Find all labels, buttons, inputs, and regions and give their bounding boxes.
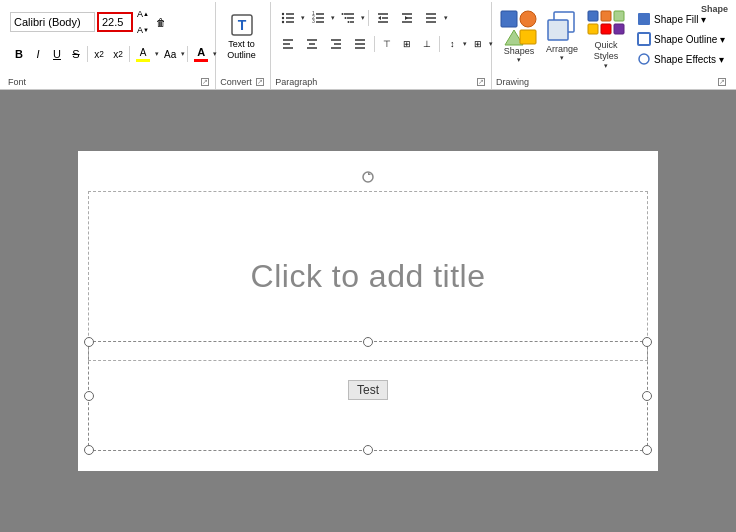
text-to-outline-button[interactable]: T Text toOutline — [222, 8, 261, 64]
align-right-button[interactable] — [325, 34, 347, 54]
svg-rect-54 — [638, 33, 650, 45]
font-color-button[interactable]: A — [190, 44, 212, 64]
rotation-handle[interactable] — [361, 170, 375, 186]
para-row1: ▾ 123 ▾ ▾ — [277, 6, 493, 30]
font-size-arrows: A▲ A▼ — [135, 6, 151, 38]
align-center-button[interactable] — [301, 34, 323, 54]
shape-header: Shape — [701, 4, 728, 14]
handle-tl[interactable] — [84, 337, 94, 347]
spacing-dropdown[interactable]: ▾ — [444, 14, 448, 22]
font-expand-icon[interactable]: ↗ — [201, 78, 209, 86]
increase-indent-icon — [400, 11, 414, 25]
text-box-label: Test — [348, 380, 388, 400]
convert-expand-icon[interactable]: ↗ — [256, 78, 264, 86]
decrease-indent-icon — [376, 11, 390, 25]
arrange-label: Arrange — [546, 44, 578, 54]
change-case-button[interactable]: Aa — [160, 44, 180, 64]
justify-icon — [353, 37, 367, 51]
italic-button[interactable]: I — [29, 44, 47, 64]
font-size-input[interactable] — [97, 12, 133, 32]
clear-format-button[interactable]: 🗑 — [153, 14, 169, 30]
handle-ml[interactable] — [84, 391, 94, 401]
strikethrough-button[interactable]: S — [67, 44, 85, 64]
paragraph-expand-icon[interactable]: ↗ — [477, 78, 485, 86]
direction-dropdown[interactable]: ▾ — [463, 40, 467, 48]
handle-tr[interactable] — [642, 337, 652, 347]
align-center-icon — [305, 37, 319, 51]
text-direction-button[interactable]: ↕ — [443, 34, 461, 54]
para-row2: ⊤ ⊞ ⊥ ↕ ▾ ⊞ ▾ — [277, 32, 493, 56]
handle-br[interactable] — [642, 445, 652, 455]
handle-bl[interactable] — [84, 445, 94, 455]
shapes-dropdown[interactable]: ▾ — [517, 56, 521, 64]
svg-point-5 — [282, 13, 284, 15]
shape-fill-label: Shape Fill ▾ — [654, 14, 706, 25]
title-placeholder[interactable]: Click to add title — [88, 191, 648, 361]
divider-para2 — [374, 36, 375, 52]
text-box-selected[interactable]: Test — [88, 341, 648, 451]
svg-point-6 — [282, 17, 284, 19]
bullets-icon — [281, 11, 295, 25]
subscript-button[interactable]: x2 — [90, 44, 108, 64]
line-spacing-icon — [424, 11, 438, 25]
bold-button[interactable]: B — [10, 44, 28, 64]
arrange-dropdown[interactable]: ▾ — [560, 54, 564, 62]
decrease-indent-button[interactable] — [372, 8, 394, 28]
align-middle-button[interactable]: ⊞ — [398, 34, 416, 54]
shape-outline-label: Shape Outline ▾ — [654, 34, 725, 45]
bullets-dropdown[interactable]: ▾ — [301, 14, 305, 22]
svg-point-17 — [342, 13, 344, 15]
drawing-group: Shape Shapes ▾ — [492, 2, 732, 89]
line-spacing-button[interactable] — [420, 8, 442, 28]
columns-button[interactable]: ⊞ — [469, 34, 487, 54]
svg-text:T: T — [237, 17, 246, 33]
shape-outline-button[interactable]: Shape Outline ▾ — [632, 30, 730, 48]
font-group-label: Font ↗ — [4, 77, 215, 87]
underline-button[interactable]: U — [48, 44, 66, 64]
align-bottom-button[interactable]: ⊥ — [418, 34, 436, 54]
numbering-button[interactable]: 123 — [307, 8, 329, 28]
drawing-expand-icon[interactable]: ↗ — [718, 78, 726, 86]
shapes-label: Shapes — [504, 46, 535, 56]
quick-styles-button[interactable]: QuickStyles ▾ — [584, 8, 628, 72]
svg-rect-49 — [614, 11, 624, 21]
shape-options: Shape Fill ▾ Shape Outline ▾ Shape — [632, 8, 730, 68]
multilevel-dropdown[interactable]: ▾ — [361, 14, 365, 22]
shape-outline-icon — [637, 32, 651, 46]
font-top-row: A▲ A▼ 🗑 — [10, 4, 169, 40]
svg-rect-50 — [588, 24, 598, 34]
align-left-button[interactable] — [277, 34, 299, 54]
multilevel-button[interactable] — [337, 8, 359, 28]
divider3 — [187, 46, 188, 62]
slide-area[interactable]: Click to add title Test — [78, 151, 658, 471]
align-left-icon — [281, 37, 295, 51]
handle-mr[interactable] — [642, 391, 652, 401]
font-color-label: A — [197, 46, 205, 58]
highlight-button[interactable]: A — [132, 44, 154, 64]
align-top-button[interactable]: ⊤ — [378, 34, 396, 54]
handle-tm[interactable] — [363, 337, 373, 347]
decrease-font-button[interactable]: A▼ — [135, 22, 151, 38]
quick-styles-dropdown[interactable]: ▾ — [604, 62, 608, 70]
font-name-input[interactable] — [10, 12, 95, 32]
shapes-button[interactable]: Shapes ▾ — [498, 8, 540, 66]
handle-bm[interactable] — [363, 445, 373, 455]
svg-point-42 — [520, 11, 536, 27]
highlight-dropdown[interactable]: ▾ — [155, 50, 159, 58]
svg-rect-47 — [588, 11, 598, 21]
increase-indent-button[interactable] — [396, 8, 418, 28]
justify-button[interactable] — [349, 34, 371, 54]
bullets-button[interactable] — [277, 8, 299, 28]
divider-para3 — [439, 36, 440, 52]
numbering-dropdown[interactable]: ▾ — [331, 14, 335, 22]
increase-font-button[interactable]: A▲ — [135, 6, 151, 22]
quick-styles-label: QuickStyles — [594, 40, 619, 62]
svg-point-19 — [348, 21, 350, 23]
drawing-content: Shapes ▾ Arrange ▾ — [498, 4, 730, 87]
change-case-dropdown[interactable]: ▾ — [181, 50, 185, 58]
superscript-button[interactable]: x2 — [109, 44, 127, 64]
arrange-icon — [546, 10, 578, 44]
shape-effects-button[interactable]: Shape Effects ▾ — [632, 50, 730, 68]
arrange-button[interactable]: Arrange ▾ — [544, 8, 580, 64]
font-group: A▲ A▼ 🗑 B I U S x2 x2 A — [4, 2, 216, 89]
